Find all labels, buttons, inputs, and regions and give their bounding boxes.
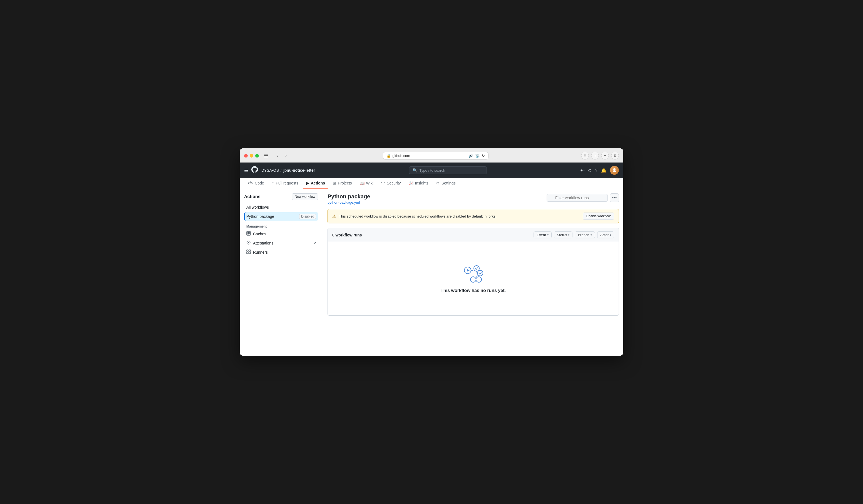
repo-nav: </> Code ⑂ Pull requests ▶ Actions ⊞ Pro… xyxy=(240,178,623,189)
runs-count: 0 workflow runs xyxy=(332,233,362,237)
hamburger-icon[interactable]: ☰ xyxy=(244,168,248,173)
wiki-nav-icon: 📖 xyxy=(360,181,364,185)
status-dropdown-arrow: ▾ xyxy=(568,233,570,236)
all-workflows-link[interactable]: All workflows xyxy=(244,203,318,211)
download-button[interactable]: ⬇ xyxy=(581,152,589,159)
nav-settings-label: Settings xyxy=(441,181,456,185)
nav-insights[interactable]: 📈 Insights xyxy=(405,178,432,189)
new-workflow-button[interactable]: New workflow xyxy=(292,193,318,200)
issues-icon[interactable]: ⊙ xyxy=(588,168,592,173)
main-layout: Actions New workflow All workflows Pytho… xyxy=(240,189,623,356)
nav-wiki[interactable]: 📖 Wiki xyxy=(357,178,377,189)
plus-dropdown[interactable]: + ▾ xyxy=(580,168,585,172)
filter-input[interactable] xyxy=(547,194,608,202)
sidebar-toggle-button[interactable] xyxy=(262,152,270,159)
nav-code-label: Code xyxy=(255,181,264,185)
code-icon: </> xyxy=(248,181,253,185)
header-right: + ▾ ⊙ ⑂ 🔔 xyxy=(580,166,619,175)
search-placeholder: Type / to search xyxy=(420,168,446,172)
workflow-title-section: Python package python-package.yml xyxy=(327,193,370,205)
global-search-box[interactable]: 🔍 Type / to search xyxy=(409,166,487,174)
more-options-button[interactable]: ••• xyxy=(610,193,619,202)
svg-rect-5 xyxy=(248,233,250,234)
runs-header: 0 workflow runs Event ▾ Status ▾ xyxy=(328,228,618,242)
enable-workflow-button[interactable]: Enable workflow xyxy=(583,212,614,220)
nav-settings[interactable]: ⚙ Settings xyxy=(433,178,459,189)
lock-icon: 🔒 xyxy=(386,154,391,158)
event-filter-button[interactable]: Event ▾ xyxy=(534,231,551,238)
event-filter-label: Event xyxy=(537,233,546,237)
nav-actions[interactable]: ▶ Actions xyxy=(303,178,328,189)
svg-point-16 xyxy=(474,266,479,271)
minimize-traffic-light[interactable] xyxy=(250,154,253,157)
forward-button[interactable]: › xyxy=(282,152,290,159)
nav-projects-label: Projects xyxy=(338,181,352,185)
runs-container: 0 workflow runs Event ▾ Status ▾ xyxy=(327,228,619,315)
share-button[interactable]: ↑ xyxy=(591,152,599,159)
empty-state-text: This workflow has no runs yet. xyxy=(441,288,506,293)
close-traffic-light[interactable] xyxy=(244,154,248,157)
nav-security[interactable]: 🛡 Security xyxy=(378,178,404,189)
plus-dropdown-arrow: ▾ xyxy=(583,169,585,172)
address-bar[interactable]: 🔒 github.com 🔊 📡 ↻ xyxy=(383,152,488,159)
branch-dropdown-arrow: ▾ xyxy=(590,233,592,236)
status-filter-button[interactable]: Status ▾ xyxy=(554,231,573,238)
management-section-title: Management xyxy=(244,221,318,230)
projects-nav-icon: ⊞ xyxy=(333,181,336,185)
svg-rect-4 xyxy=(248,232,250,233)
breadcrumb-repo[interactable]: jbnu-notice-letter xyxy=(283,168,315,172)
fullscreen-traffic-light[interactable] xyxy=(255,154,259,157)
tabs-button[interactable]: ⧉ xyxy=(611,152,619,159)
event-dropdown-arrow: ▾ xyxy=(547,233,549,236)
insights-nav-icon: 📈 xyxy=(409,181,413,185)
actions-nav-icon: ▶ xyxy=(306,181,309,185)
svg-point-8 xyxy=(248,242,249,243)
svg-point-19 xyxy=(476,277,481,282)
pull-requests-icon[interactable]: ⑂ xyxy=(595,168,598,173)
branch-filter-label: Branch xyxy=(578,233,589,237)
nav-projects[interactable]: ⊞ Projects xyxy=(329,178,355,189)
empty-state: This workflow has no runs yet. xyxy=(328,242,618,315)
warning-icon: ⚠ xyxy=(332,214,336,219)
actor-filter-label: Actor xyxy=(600,233,609,237)
pull-requests-nav-icon: ⑂ xyxy=(272,181,274,185)
runs-filters: Event ▾ Status ▾ Branch ▾ xyxy=(534,231,614,238)
search-icon: 🔍 xyxy=(413,168,417,172)
traffic-lights xyxy=(244,154,259,157)
breadcrumb-separator: / xyxy=(280,168,282,172)
address-bar-container: 🔒 github.com 🔊 📡 ↻ xyxy=(293,152,578,159)
nav-actions-label: Actions xyxy=(311,181,325,185)
svg-rect-12 xyxy=(249,252,250,254)
sidebar-item-attestations[interactable]: Attestations ↗ xyxy=(244,239,318,247)
sidebar: Actions New workflow All workflows Pytho… xyxy=(240,189,323,356)
nav-code[interactable]: </> Code xyxy=(244,178,267,189)
sidebar-item-caches[interactable]: Caches xyxy=(244,230,318,238)
nav-pull-requests[interactable]: ⑂ Pull requests xyxy=(268,178,302,189)
content-area: Python package python-package.yml 🔍 ••• xyxy=(323,189,623,356)
caches-label: Caches xyxy=(253,232,266,236)
refresh-icon[interactable]: ↻ xyxy=(482,154,485,158)
nav-insights-label: Insights xyxy=(415,181,428,185)
svg-rect-9 xyxy=(247,250,248,251)
workflow-file-link[interactable]: python-package.yml xyxy=(327,200,370,205)
attestations-icon xyxy=(246,240,251,246)
actor-filter-button[interactable]: Actor ▾ xyxy=(597,231,614,238)
avatar[interactable] xyxy=(610,166,619,175)
attestations-external-link-icon: ↗ xyxy=(313,241,316,245)
url-text: github.com xyxy=(392,154,410,158)
settings-nav-icon: ⚙ xyxy=(436,181,440,185)
new-tab-button[interactable]: + xyxy=(601,152,609,159)
breadcrumb-org[interactable]: DYSA-OS xyxy=(261,168,279,172)
sidebar-item-python-package[interactable]: Python package Disabled xyxy=(244,212,318,221)
workflow-illustration xyxy=(462,264,484,284)
status-filter-label: Status xyxy=(557,233,567,237)
branch-filter-button[interactable]: Branch ▾ xyxy=(575,231,595,238)
notifications-icon[interactable]: 🔔 xyxy=(601,168,606,173)
browser-toolbar: ‹ › 🔒 github.com 🔊 📡 ↻ ⬇ ↑ + ⧉ xyxy=(244,152,619,159)
nav-wiki-label: Wiki xyxy=(366,181,373,185)
ellipsis-icon: ••• xyxy=(612,195,617,200)
svg-rect-2 xyxy=(264,157,268,157)
back-button[interactable]: ‹ xyxy=(273,152,281,159)
sidebar-item-runners[interactable]: Runners xyxy=(244,248,318,256)
actor-dropdown-arrow: ▾ xyxy=(610,233,611,236)
